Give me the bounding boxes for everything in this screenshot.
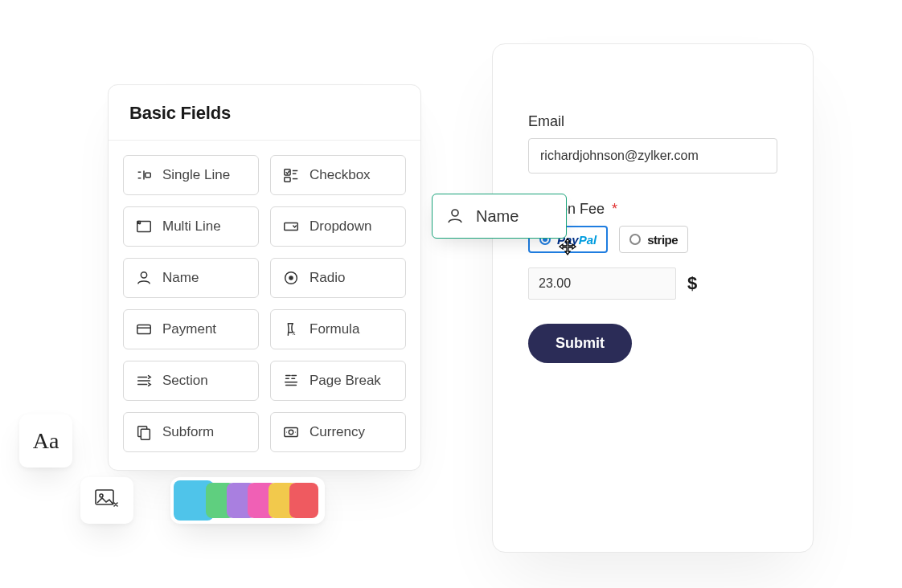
field-label: Name (162, 270, 199, 286)
page-break-icon (282, 372, 300, 390)
submit-button[interactable]: Submit (528, 324, 632, 363)
field-label: Payment (162, 321, 216, 337)
field-label: Formula (310, 321, 359, 337)
svg-point-5 (141, 272, 146, 278)
amount-row: $ (528, 267, 777, 300)
currency-icon (282, 423, 300, 441)
person-icon (135, 269, 153, 287)
field-label: Checkbox (310, 167, 371, 183)
formula-icon: x (282, 321, 300, 338)
image-tool[interactable] (80, 477, 133, 524)
svg-point-14 (286, 431, 287, 432)
svg-point-7 (289, 276, 293, 280)
field-checkbox[interactable]: Checkbox (270, 155, 406, 195)
typography-tool[interactable]: Aa (19, 414, 72, 468)
single-line-icon (135, 166, 153, 184)
currency-symbol: $ (687, 273, 697, 294)
drag-ghost-label: Name (476, 207, 519, 226)
panel-title: Basic Fields (109, 85, 420, 141)
dropdown-icon (282, 218, 300, 235)
field-section[interactable]: Section (123, 361, 259, 401)
field-multi-line[interactable]: Multi Line (123, 206, 259, 247)
multi-line-icon (135, 218, 153, 235)
field-label: Radio (310, 270, 345, 286)
svg-rect-2 (285, 178, 290, 182)
person-icon (445, 206, 465, 226)
panel-body: Single Line Checkbox Multi Line Dropdown (109, 141, 420, 470)
field-page-break[interactable]: Page Break (270, 361, 406, 401)
field-subform[interactable]: Subform (123, 412, 259, 452)
radio-icon (629, 234, 641, 245)
svg-point-17 (100, 494, 103, 497)
dragged-field-ghost[interactable]: Name (432, 194, 567, 239)
field-payment[interactable]: Payment (123, 309, 259, 349)
svg-rect-0 (146, 173, 150, 178)
field-label: Dropdown (310, 218, 372, 235)
swatch-6[interactable] (289, 483, 318, 518)
field-name[interactable]: Name (123, 258, 259, 298)
radio-icon (282, 269, 300, 287)
basic-fields-panel: Basic Fields Single Line Checkbox Multi … (108, 84, 421, 471)
section-icon (135, 372, 153, 390)
form-preview: Email stration Fee * PayPal stripe $ Sub… (492, 43, 814, 553)
svg-point-13 (289, 430, 293, 435)
field-dropdown[interactable]: Dropdown (270, 206, 406, 247)
svg-point-15 (295, 431, 296, 432)
field-label: Single Line (162, 167, 230, 183)
field-label: Subform (162, 424, 214, 440)
checkbox-icon (282, 166, 300, 184)
field-label: Page Break (310, 373, 381, 389)
email-input[interactable] (528, 138, 777, 174)
email-label: Email (528, 113, 777, 130)
svg-rect-11 (141, 429, 150, 439)
stripe-logo: stripe (647, 233, 678, 247)
field-label: Currency (310, 424, 365, 440)
typography-icon: Aa (33, 428, 59, 454)
field-radio[interactable]: Radio (270, 258, 406, 298)
field-currency[interactable]: Currency (270, 412, 406, 452)
required-mark: * (612, 201, 617, 217)
subform-icon (135, 423, 153, 441)
field-formula[interactable]: x Formula (270, 309, 406, 349)
svg-text:x: x (293, 329, 296, 337)
email-field-block: Email (528, 113, 777, 174)
field-single-line[interactable]: Single Line (123, 155, 259, 195)
payment-option-stripe[interactable]: stripe (619, 226, 688, 253)
image-icon (95, 489, 119, 512)
field-label: Section (162, 373, 208, 389)
payment-icon (135, 321, 153, 338)
color-palette[interactable] (170, 477, 325, 524)
amount-input[interactable] (528, 267, 676, 300)
field-label: Multi Line (162, 218, 221, 235)
svg-point-18 (452, 210, 458, 216)
svg-rect-8 (137, 325, 151, 334)
